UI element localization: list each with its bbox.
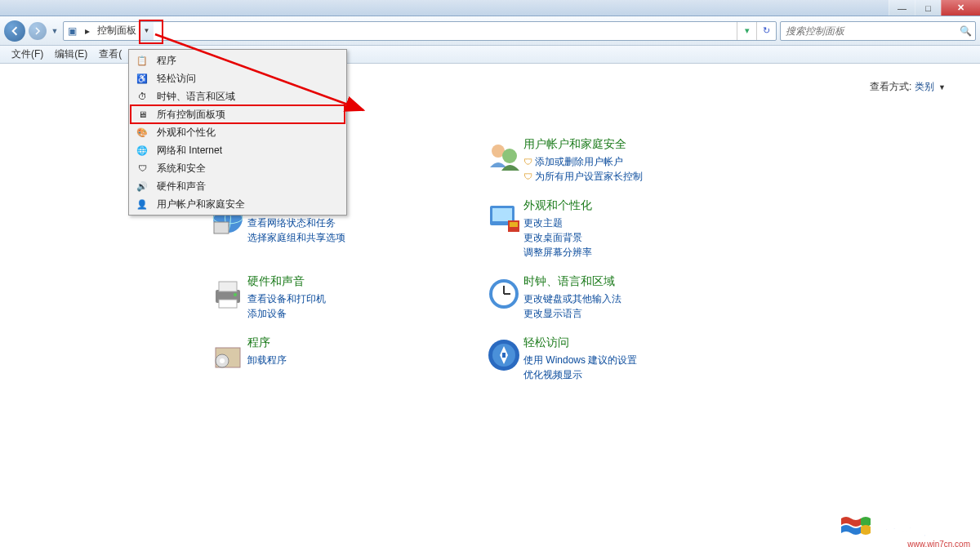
dropdown-item-icon: ⏱ (136, 90, 149, 103)
refresh-button[interactable]: ↻ (756, 22, 776, 40)
dropdown-item-icon: 🛡 (136, 162, 149, 175)
windows-logo-icon (840, 515, 872, 538)
breadcrumb-dropdown-button[interactable]: ▼ (139, 22, 154, 40)
dropdown-item-label: 用户帐户和家庭安全 (157, 198, 245, 211)
category-link[interactable]: 选择家庭组和共享选项 (247, 230, 435, 245)
category-icon (208, 336, 247, 375)
view-by-label: 查看方式: (870, 81, 911, 92)
dropdown-item-2[interactable]: ⏱时钟、语言和区域 (131, 87, 345, 105)
category-icon (484, 274, 523, 314)
category-title[interactable]: 硬件和声音 (247, 274, 435, 289)
category-block: 外观和个性化更改主题更改桌面背景调整屏幕分辨率 (523, 198, 736, 260)
minimize-button[interactable]: — (889, 0, 915, 16)
search-input[interactable] (781, 25, 956, 37)
category-link[interactable]: 使用 Windows 建议的设置 (523, 353, 736, 367)
svg-rect-5 (214, 222, 229, 233)
menu-edit[interactable]: 编辑(E) (50, 46, 92, 63)
back-button[interactable] (4, 20, 25, 42)
category-link[interactable]: 更改键盘或其他输入法 (523, 291, 736, 306)
category-block: 程序卸载程序 (247, 336, 435, 382)
category-title[interactable]: 轻松访问 (523, 336, 736, 350)
category-title[interactable]: 用户帐户和家庭安全 (523, 137, 736, 152)
svg-rect-12 (219, 300, 237, 308)
category-link[interactable]: 查看网络状态和任务 (247, 216, 435, 230)
category-block: 时钟、语言和区域更改键盘或其他输入法更改显示语言 (523, 274, 736, 321)
dropdown-item-icon: 🖥 (136, 108, 149, 121)
svg-rect-7 (492, 208, 512, 221)
control-panel-icon: ▣ (64, 22, 80, 40)
dropdown-item-label: 外观和个性化 (157, 126, 216, 140)
dropdown-arrow-icon[interactable]: ▾ (737, 22, 756, 40)
dropdown-item-0[interactable]: 📋程序 (131, 51, 345, 69)
nav-history-dropdown[interactable]: ▼ (50, 22, 60, 40)
breadcrumb-control-panel[interactable]: 控制面板 (96, 22, 139, 40)
svg-rect-9 (510, 222, 518, 227)
watermark: 系统大全 (840, 511, 972, 542)
window-titlebar: — □ ✕ (0, 0, 980, 16)
menu-file[interactable]: 文件(F) (7, 46, 48, 63)
chevron-down-icon: ▼ (938, 83, 946, 91)
forward-button[interactable] (29, 22, 47, 40)
menu-view[interactable]: 查看( (94, 46, 127, 63)
dropdown-item-label: 系统和安全 (157, 162, 206, 176)
category-block: 用户帐户和家庭安全添加或删除用户帐户为所有用户设置家长控制 (523, 137, 736, 184)
category-link[interactable]: 优化视频显示 (523, 367, 736, 382)
breadcrumb-root-chevron[interactable]: ▸ (80, 22, 96, 40)
dropdown-item-5[interactable]: 🌐网络和 Internet (131, 141, 345, 159)
category-title[interactable]: 程序 (247, 336, 435, 350)
dropdown-item-label: 硬件和声音 (157, 180, 206, 193)
category-link[interactable]: 调整屏幕分辨率 (523, 245, 736, 260)
svg-point-20 (220, 358, 225, 363)
category-link[interactable]: 添加或删除用户帐户 (523, 154, 736, 169)
dropdown-item-label: 程序 (157, 54, 176, 68)
watermark-url: www.win7cn.com (907, 540, 970, 547)
dropdown-item-icon: 🔊 (136, 180, 149, 193)
category-link[interactable]: 查看设备和打印机 (247, 291, 435, 306)
watermark-text: 系统大全 (877, 511, 972, 542)
view-by-selector[interactable]: 查看方式: 类别 ▼ (870, 80, 946, 94)
dropdown-item-label: 所有控制面板项 (157, 108, 225, 122)
dropdown-item-icon: 🎨 (136, 126, 149, 139)
svg-point-2 (502, 149, 517, 163)
category-icon (484, 137, 523, 176)
category-block: 硬件和声音查看设备和打印机添加设备 (247, 274, 435, 321)
category-title[interactable]: 时钟、语言和区域 (523, 274, 736, 289)
category-title[interactable]: 外观和个性化 (523, 198, 736, 213)
svg-rect-23 (502, 353, 506, 358)
close-button[interactable]: ✕ (941, 0, 980, 16)
dropdown-item-3[interactable]: 🖥所有控制面板项 (131, 105, 345, 123)
category-block: 轻松访问使用 Windows 建议的设置优化视频显示 (523, 336, 736, 382)
dropdown-item-4[interactable]: 🎨外观和个性化 (131, 123, 345, 141)
dropdown-item-8[interactable]: 👤用户帐户和家庭安全 (131, 195, 345, 213)
search-box[interactable]: 🔍 (780, 21, 976, 41)
dropdown-item-icon: 👤 (136, 198, 149, 211)
dropdown-item-icon: 📋 (136, 54, 149, 67)
category-link[interactable]: 添加设备 (247, 306, 435, 321)
category-link[interactable]: 更改主题 (523, 216, 736, 230)
category-link[interactable]: 卸载程序 (247, 353, 435, 367)
search-icon[interactable]: 🔍 (956, 25, 975, 37)
dropdown-item-1[interactable]: ♿轻松访问 (131, 69, 345, 87)
svg-point-13 (234, 293, 237, 296)
maximize-button[interactable]: □ (915, 0, 941, 16)
svg-rect-11 (219, 282, 237, 291)
address-bar[interactable]: ▣ ▸ 控制面板 ▼ ▾ ↻ (63, 21, 777, 41)
dropdown-item-label: 轻松访问 (157, 72, 196, 86)
category-icon (484, 336, 523, 375)
dropdown-item-label: 网络和 Internet (157, 144, 222, 158)
dropdown-item-icon: 🌐 (136, 144, 149, 157)
category-link[interactable]: 更改桌面背景 (523, 230, 736, 245)
breadcrumb-dropdown-menu: 📋程序♿轻松访问⏱时钟、语言和区域🖥所有控制面板项🎨外观和个性化🌐网络和 Int… (128, 49, 347, 216)
category-link[interactable]: 更改显示语言 (523, 306, 736, 321)
view-by-value: 类别 (915, 81, 934, 92)
dropdown-item-icon: ♿ (136, 72, 149, 85)
category-icon (484, 198, 523, 238)
dropdown-item-6[interactable]: 🛡系统和安全 (131, 159, 345, 177)
category-link[interactable]: 为所有用户设置家长控制 (523, 169, 736, 184)
category-icon (208, 274, 247, 314)
dropdown-item-label: 时钟、语言和区域 (157, 90, 235, 104)
nav-toolbar: ▼ ▣ ▸ 控制面板 ▼ ▾ ↻ 🔍 (0, 16, 980, 46)
dropdown-item-7[interactable]: 🔊硬件和声音 (131, 177, 345, 195)
